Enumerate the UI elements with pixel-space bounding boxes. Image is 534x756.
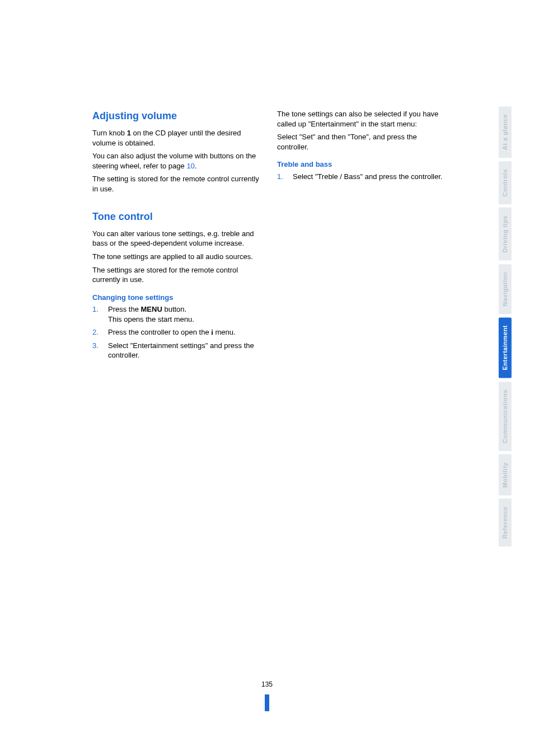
text: menu.: [213, 328, 236, 336]
step-number: 1.: [92, 304, 102, 324]
tab-driving-tips[interactable]: Driving tips: [499, 208, 512, 261]
text: .: [195, 162, 197, 170]
screenshot-treble-bass-tabs: ◂ Audio ▸ ↕ ◀ Treble / Bass Balance / Fa…: [277, 185, 445, 756]
step-1: 1. Press the MENU button. This opens the…: [92, 304, 260, 324]
step-text: Select "Treble / Bass" and press the con…: [293, 172, 442, 182]
menu-label: MENU: [141, 305, 162, 313]
tab-controls[interactable]: Controls: [499, 161, 512, 204]
heading-tone-control: Tone control: [92, 210, 260, 223]
tone-paragraph-2: The tone settings are applied to all aud…: [92, 252, 260, 262]
step-3: 3. Select "Entertainment settings" and p…: [92, 341, 260, 360]
tab-entertainment[interactable]: Entertainment: [499, 317, 512, 378]
knob-number: 1: [127, 129, 131, 137]
tab-reference[interactable]: Reference: [499, 499, 512, 547]
step-number: 2.: [92, 327, 102, 337]
text: Press the: [108, 305, 141, 313]
step-number: 1.: [277, 172, 287, 182]
step-number: 3.: [92, 341, 102, 360]
tab-mobility[interactable]: Mobility: [499, 454, 512, 496]
screenshot-settings-menu: ▢ Display off ✔ Display settings 🔊 Enter…: [92, 364, 260, 756]
heading-adjusting-volume: Adjusting volume: [92, 109, 260, 123]
image-side-code: [441, 185, 445, 756]
step-text: Press the controller to open the i menu.: [108, 327, 236, 337]
intro-paragraph-1: The tone settings can also be selected i…: [277, 109, 445, 129]
step-1: 1. Select "Treble / Bass" and press the …: [277, 172, 445, 182]
tone-paragraph-3: The settings are stored for the remote c…: [92, 265, 260, 285]
steps-treble-bass: 1. Select "Treble / Bass" and press the …: [277, 172, 445, 182]
tab-at-a-glance[interactable]: At a glance: [499, 106, 512, 158]
text: You can also adjust the volume with butt…: [92, 152, 256, 170]
adjust-paragraph-1: Turn knob 1 on the CD player until the d…: [92, 128, 260, 148]
tab-navigation[interactable]: Navigation: [499, 264, 512, 314]
tone-paragraph-1: You can alter various tone settings, e.g…: [92, 229, 260, 248]
heading-treble-bass: Treble and bass: [277, 159, 445, 170]
intro-paragraph-2: Select "Set" and then "Tone", and press …: [277, 132, 445, 152]
image-side-code: [256, 364, 260, 756]
page-marker: [265, 694, 269, 711]
section-tabs: At a glance Controls Driving tips Naviga…: [499, 106, 512, 547]
step-2: 2. Press the controller to open the i me…: [92, 327, 260, 337]
manual-page: At a glance Controls Driving tips Naviga…: [0, 0, 534, 756]
adjust-paragraph-3: The setting is stored for the remote con…: [92, 174, 260, 194]
right-column: The tone settings can also be selected i…: [277, 109, 445, 756]
steps-change-tone: 1. Press the MENU button. This opens the…: [92, 304, 260, 360]
left-column: Adjusting volume Turn knob 1 on the CD p…: [92, 109, 260, 756]
adjust-paragraph-2: You can also adjust the volume with butt…: [92, 151, 260, 171]
text: Turn knob: [92, 129, 127, 137]
content-columns: Adjusting volume Turn knob 1 on the CD p…: [92, 109, 512, 756]
page-number: 135: [0, 680, 534, 689]
text: button.: [162, 305, 186, 313]
step-text: Select "Entertainment settings" and pres…: [108, 341, 260, 360]
tab-communications[interactable]: Communications: [499, 382, 512, 451]
step-text: Press the MENU button. This opens the st…: [108, 304, 194, 324]
text: This opens the start menu.: [108, 315, 194, 323]
text: Press the controller to open the: [108, 328, 211, 336]
page-ref-link[interactable]: 10: [186, 162, 194, 170]
heading-changing-tone: Changing tone settings: [92, 293, 260, 303]
